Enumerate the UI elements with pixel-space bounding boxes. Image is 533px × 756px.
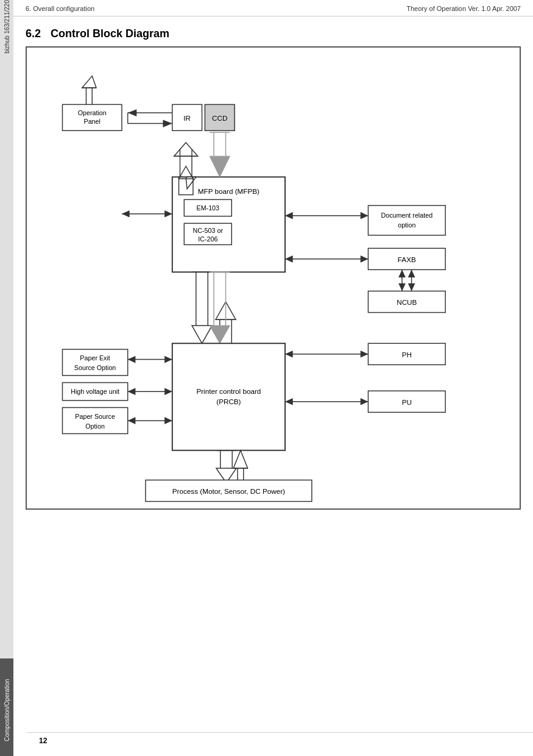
svg-marker-70 [192,326,212,343]
svg-text:Operation: Operation [78,109,107,116]
svg-marker-58 [285,255,293,263]
svg-marker-32 [174,143,198,156]
svg-text:Option: Option [85,423,105,430]
svg-text:Paper Exit: Paper Exit [80,354,110,362]
svg-rect-84 [62,407,127,433]
svg-marker-53 [285,212,293,219]
svg-text:PU: PU [402,398,412,406]
svg-marker-63 [398,269,406,277]
section-number: 6.2 [26,27,41,40]
page-title-area: 6.2Control Block Diagram [13,16,533,46]
svg-marker-97 [164,417,172,424]
svg-marker-46 [164,210,172,218]
svg-marker-62 [398,284,406,291]
svg-marker-42 [82,76,96,88]
page-footer: 12 [27,732,533,749]
svg-text:IC-206: IC-206 [198,235,217,243]
svg-text:Printer control board: Printer control board [196,387,261,395]
svg-rect-79 [62,349,127,376]
svg-text:NC-503 or: NC-503 or [193,227,224,234]
page-title: Control Block Diagram [51,27,169,40]
side-tab: bizhub 163/211/220 Composition/Operation [0,0,13,756]
svg-marker-107 [361,398,369,405]
svg-marker-95 [128,388,136,395]
svg-text:NCUB: NCUB [397,298,417,306]
side-tab-top-label: bizhub 163/211/220 [4,0,10,60]
svg-text:Source Option: Source Option [74,364,116,371]
svg-marker-94 [164,388,172,395]
svg-marker-66 [408,269,415,277]
svg-text:MFP board (MFPB): MFP board (MFPB) [198,187,259,195]
svg-text:EM-103: EM-103 [197,204,220,212]
svg-marker-98 [128,417,136,424]
svg-marker-38 [210,156,230,177]
svg-text:Document related: Document related [381,212,433,219]
svg-text:High voltage unit: High voltage unit [71,388,119,395]
header-right: Theory of Operation Ver. 1.0 Apr. 2007 [406,5,521,12]
svg-marker-102 [361,351,369,358]
block-diagram-svg: Operation Panel IR CCD MFP board (MFPB) … [27,48,520,508]
diagram-container: Operation Panel IR CCD MFP board (MFPB) … [26,46,521,510]
svg-text:Process (Motor, Sensor, DC Pow: Process (Motor, Sensor, DC Power) [172,487,285,495]
svg-marker-116 [233,451,247,468]
svg-marker-103 [285,351,293,358]
svg-marker-47 [122,210,130,218]
header-left: 6. Overall configuration [26,5,94,12]
svg-text:PH: PH [402,351,412,358]
svg-text:Paper Source: Paper Source [75,413,115,420]
svg-marker-65 [408,284,415,291]
svg-text:option: option [398,221,415,229]
svg-rect-48 [368,205,445,235]
svg-marker-92 [128,356,136,363]
main-content: 6. Overall configuration Theory of Opera… [13,0,533,756]
svg-marker-52 [361,212,369,219]
svg-marker-91 [164,356,172,363]
svg-marker-57 [361,255,369,263]
svg-text:Panel: Panel [84,118,101,125]
page-header: 6. Overall configuration Theory of Opera… [13,0,533,16]
side-tab-bottom-label: Composition/Operation [0,658,13,756]
svg-text:(PRCB): (PRCB) [216,398,241,405]
svg-text:IR: IR [183,114,191,122]
svg-marker-78 [210,326,230,343]
svg-text:FAXB: FAXB [398,255,416,263]
svg-marker-108 [285,398,293,405]
page-number: 12 [39,736,47,745]
svg-text:CCD: CCD [212,114,227,122]
